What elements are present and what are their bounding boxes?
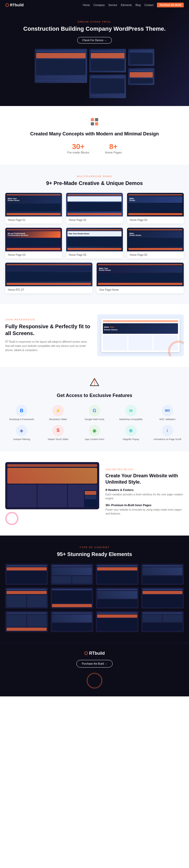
device-mockup: Make YourDream House	[97, 314, 184, 356]
element-thumb-11	[96, 611, 138, 632]
animations-icon: ↕	[162, 425, 173, 436]
tablet-line-1	[85, 496, 96, 496]
footer-purchase-button[interactable]: Purchase the Build →	[76, 660, 113, 668]
element-thumb-10	[51, 611, 93, 632]
logo: ⬡ RTbuild	[5, 3, 24, 8]
element-thumb-7	[96, 588, 138, 609]
feature-swiper-label: Swiper Touch Slider	[48, 438, 68, 441]
hero-screenshot-3	[89, 74, 126, 98]
element-thumb-5	[5, 588, 48, 609]
hero-badge: DREAM STOKE TRIAL	[5, 21, 184, 23]
purchase-button[interactable]: Purchase the Build	[157, 3, 184, 7]
feature-w3c: W3 W3C Validation	[151, 405, 184, 421]
device-screen: Make YourDream House	[101, 318, 180, 352]
device-hero: Make YourDream House	[103, 323, 178, 334]
nav-home[interactable]: Home	[83, 4, 90, 6]
demos-grid: Make YourDream House Home Page 01 Home P…	[5, 193, 184, 258]
demo-thumb-4: We are ProfessionalConstructions Service…	[5, 228, 62, 251]
footer-logo-text: RTbuild	[89, 651, 105, 655]
unlimited-nav	[7, 464, 97, 467]
demo-card-6[interactable]: MakeDream House Home Page 06	[127, 228, 184, 258]
demo-card-1[interactable]: Make YourDream House Home Page 01	[5, 193, 62, 223]
feature-animations-label: Animations on Page Scroll	[154, 438, 181, 441]
stats-row: 30+ Pre-made Blocks 8+ Home Pages	[5, 143, 184, 154]
tablet-mini-content	[85, 496, 96, 499]
stat-homepages-label: Home Pages	[105, 151, 122, 154]
nav-blog[interactable]: Blog	[135, 4, 141, 6]
feature-isotope-label: Isotope Filtering	[13, 438, 30, 441]
swiper-icon: S	[52, 425, 64, 436]
feature-swiper: S Swiper Touch Slider	[42, 425, 74, 441]
responsive-title: Fully Responsive & Perfectly fit to all …	[5, 323, 92, 337]
nav-contact[interactable]: Contact	[145, 4, 153, 6]
demo-label-8: One Page Home	[97, 286, 184, 293]
hero-title: Construction Building Company WordPress …	[5, 25, 184, 33]
demo-card-2[interactable]: Home Page 02	[66, 193, 123, 223]
elements-section: TYPE OF CONTENT 95+ Stunning Ready Eleme…	[0, 535, 189, 643]
mailchimp-icon: ✉	[125, 405, 137, 416]
concepts-title: Created Many Concepts with Modern and Mi…	[5, 131, 184, 137]
demos-badge: MULTIPURPOSE DEMO	[5, 175, 184, 178]
tablet-line-3	[85, 498, 96, 499]
element-thumb-9	[5, 611, 48, 632]
unlimited-title: Create Your Dream Website with Unlimited…	[105, 473, 184, 485]
feature-revolution: ⚡ Revolution Slider	[42, 405, 74, 421]
feature-google-fonts: G Google Web Fonts	[78, 405, 111, 421]
hero-screenshots	[5, 49, 184, 98]
element-thumb-12	[141, 611, 184, 632]
responsive-right: Make YourDream House	[97, 314, 184, 356]
bootstrap-icon: B	[16, 405, 27, 416]
element-thumb-1	[5, 564, 48, 585]
feature-ajax-form: ◉ Ajax Contact Form	[78, 425, 111, 441]
stat-homepages-number: 8+	[105, 143, 122, 151]
revolution-icon: ⚡	[52, 405, 64, 416]
hero-screenshot-2	[89, 49, 126, 72]
responsive-text: RT Build is responsive so the layout wil…	[5, 340, 92, 352]
footer-logo: ⬡ RTbuild	[5, 651, 184, 656]
demo-card-3[interactable]: MakeDream Home Page 03	[127, 193, 184, 223]
unlimited-sub2: 30+ Premium In-Built Inner Pages	[105, 503, 184, 507]
stat-blocks: 30+ Pre-made Blocks	[67, 143, 89, 154]
element-thumb-3	[96, 564, 138, 585]
feature-animations: ↕ Animations on Page Scroll	[151, 425, 184, 441]
element-thumb-2	[51, 564, 93, 585]
isotope-icon: ◈	[16, 425, 27, 436]
logo-text: RTbuild	[10, 3, 24, 7]
feature-magnific: ⊕ Magnific Popup	[115, 425, 147, 441]
stat-blocks-label: Pre-made Blocks	[67, 151, 89, 154]
nav-elements[interactable]: Elements	[121, 4, 132, 6]
demos-section: MULTIPURPOSE DEMO 9+ Pre-Made Creative &…	[0, 164, 189, 304]
w3c-icon: W3	[162, 405, 173, 416]
responsive-badge: 100% RESPONSIVE	[5, 318, 92, 321]
nav-links: Home Company Service Elements Blog Conta…	[83, 3, 184, 7]
demo-card-4[interactable]: We are ProfessionalConstructions Service…	[5, 228, 62, 258]
demo-card-5[interactable]: Plan Your Dream House Home Page 05	[66, 228, 123, 258]
unlimited-grid	[7, 485, 97, 507]
tablet-line-2	[85, 497, 96, 498]
check-demos-button[interactable]: Check For Demos →	[77, 37, 112, 43]
feature-ajax-label: Ajax Contact Form	[85, 438, 104, 441]
element-thumb-8	[141, 588, 184, 609]
demo-card-7[interactable]: Home RTL 07	[5, 262, 92, 293]
elements-badge: TYPE OF CONTENT	[5, 546, 184, 549]
svg-rect-0	[91, 118, 94, 121]
demo-thumb-5: Plan Your Dream House	[66, 228, 123, 251]
nav-company[interactable]: Company	[93, 4, 105, 6]
hero-screenshot-1	[35, 49, 87, 83]
navbar: ⬡ RTbuild Home Company Service Elements …	[0, 0, 189, 10]
unlimited-cell-1	[7, 485, 36, 507]
unlimited-left	[5, 462, 99, 525]
demo-label-1: Home Page 01	[5, 216, 62, 223]
demo-thumb-6: MakeDream House	[127, 228, 184, 251]
demo-label-2: Home Page 02	[66, 216, 123, 223]
demo-label-5: Home Page 05	[66, 251, 123, 258]
svg-rect-3	[95, 122, 98, 125]
demo-thumb-3: MakeDream	[127, 193, 184, 216]
stat-blocks-number: 30+	[67, 143, 89, 151]
element-thumb-4	[141, 564, 184, 585]
svg-rect-1	[95, 118, 98, 121]
demo-card-8[interactable]: Make YourDream House One Page Home	[97, 262, 184, 293]
responsive-left: 100% RESPONSIVE Fully Responsive & Perfe…	[5, 318, 92, 352]
feature-revolution-label: Revolution Slider	[49, 418, 67, 421]
nav-service[interactable]: Service	[108, 4, 117, 6]
